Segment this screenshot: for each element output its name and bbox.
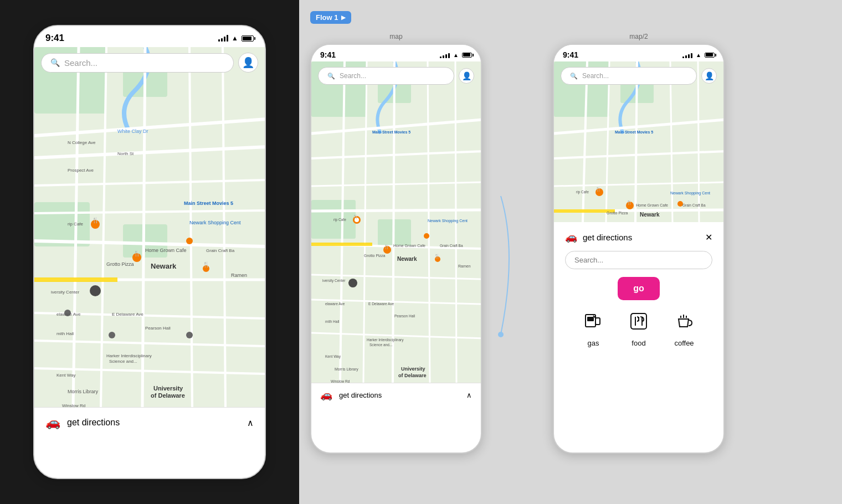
- screen1-map-svg: Main Street Movies 5 Newark Shopping Cen…: [311, 61, 481, 383]
- screen1-label: map: [389, 33, 402, 40]
- bottom-bar-main[interactable]: 🚗 get directions ∧: [34, 407, 265, 438]
- screen2-avatar-icon: 👤: [705, 71, 714, 80]
- screen1-status-bar: 9:41 ▲: [311, 45, 481, 61]
- svg-text:🍴: 🍴: [203, 261, 210, 268]
- map-area: White Clay Dr N College Ave North St Pro…: [34, 47, 265, 407]
- svg-text:Newark Shopping Cent: Newark Shopping Cent: [670, 191, 710, 196]
- svg-text:of Delaware: of Delaware: [398, 373, 427, 378]
- screen1-directions-label: get directions: [339, 391, 382, 399]
- svg-text:Grain Craft Ba: Grain Craft Ba: [682, 203, 706, 207]
- search-icon: 🔍: [50, 58, 60, 67]
- svg-text:of Delaware: of Delaware: [151, 392, 185, 399]
- svg-text:Newark: Newark: [640, 212, 660, 218]
- screen1-signal: [440, 52, 450, 58]
- coffee-icon: [674, 311, 694, 336]
- go-button[interactable]: go: [618, 277, 660, 300]
- directions-panel-title: 🚗 get directions: [565, 231, 632, 243]
- svg-text:Newark: Newark: [151, 262, 177, 270]
- screen2-label: map/2: [629, 33, 648, 40]
- user-avatar[interactable]: 👤: [238, 53, 258, 73]
- coffee-cup-icon: [674, 311, 694, 331]
- go-button-label: go: [633, 284, 644, 293]
- svg-point-77: [424, 233, 429, 239]
- svg-text:N College Ave: N College Ave: [68, 140, 96, 145]
- panel-directions-label: get directions: [583, 233, 632, 242]
- screen2-signal: [682, 52, 692, 58]
- directions-search-input[interactable]: [565, 251, 712, 269]
- svg-text:rip Cafe: rip Cafe: [333, 218, 346, 222]
- status-time: 9:41: [45, 33, 64, 44]
- screen2-search-bar[interactable]: 🔍 Search...: [561, 67, 697, 85]
- svg-rect-130: [587, 317, 594, 321]
- svg-text:Main Street Movies 5: Main Street Movies 5: [615, 130, 653, 134]
- search-bar[interactable]: 🔍 Search...: [41, 53, 234, 73]
- svg-text:Home Grown Cafe: Home Grown Cafe: [636, 203, 668, 207]
- screen1-search-bar[interactable]: 🔍 Search...: [318, 67, 454, 85]
- quick-item-gas[interactable]: gas: [583, 311, 603, 347]
- screen2-search-overlay: 🔍 Search... 👤: [561, 67, 717, 85]
- svg-text:Newark Shopping Cent: Newark Shopping Cent: [189, 220, 241, 225]
- svg-text:Grain Craft Ba: Grain Craft Ba: [206, 248, 235, 253]
- svg-text:University: University: [153, 385, 183, 392]
- screen2-map: Main Street Movies 5 Newark Shopping Cen…: [554, 61, 723, 222]
- screen1-search-icon: 🔍: [327, 73, 335, 80]
- screen1-bottom-bar[interactable]: 🚗 get directions ∧: [311, 383, 481, 407]
- flow-label: Flow 1: [316, 13, 338, 22]
- svg-text:Kent Way: Kent Way: [57, 373, 75, 378]
- main-phone: 9:41 ▲: [33, 25, 266, 479]
- svg-text:Ramen: Ramen: [231, 272, 247, 278]
- screen1-wrapper: map 9:41 ▲: [310, 33, 482, 454]
- screen1-avatar[interactable]: 👤: [459, 68, 474, 84]
- svg-text:🍴: 🍴: [134, 250, 141, 257]
- svg-text:Ramen: Ramen: [458, 264, 471, 268]
- svg-text:Main Street Movies 5: Main Street Movies 5: [372, 130, 410, 134]
- screen2-wifi: ▲: [696, 52, 701, 58]
- screen1-search-text: Search...: [340, 72, 366, 80]
- play-icon: ▶: [341, 14, 346, 20]
- close-icon[interactable]: ✕: [705, 232, 712, 243]
- svg-text:Kent Way: Kent Way: [325, 354, 341, 359]
- svg-text:Morris Library: Morris Library: [335, 367, 358, 372]
- svg-text:rip Cafe: rip Cafe: [68, 222, 84, 227]
- quick-item-food[interactable]: food: [629, 311, 649, 347]
- quick-access: gas: [565, 311, 712, 353]
- chevron-up-icon: ∧: [247, 418, 254, 428]
- svg-text:Grotto Pizza: Grotto Pizza: [607, 211, 628, 215]
- svg-text:E Delaware Ave: E Delaware Ave: [112, 312, 143, 317]
- svg-text:Science and...: Science and...: [109, 359, 137, 364]
- signal-icon: [218, 35, 228, 42]
- screen2-phone: 9:41 ▲: [553, 44, 725, 454]
- coffee-label: coffee: [674, 339, 694, 347]
- quick-item-coffee[interactable]: coffee: [674, 311, 694, 347]
- svg-text:Science and...: Science and...: [369, 343, 392, 347]
- search-overlay: 🔍 Search... 👤: [41, 53, 258, 73]
- svg-text:North St: North St: [117, 151, 134, 156]
- screen1-wifi: ▲: [453, 52, 459, 58]
- car-icon: 🚗: [45, 415, 60, 430]
- screen2-avatar[interactable]: 👤: [701, 68, 717, 84]
- food-icon: [629, 311, 649, 336]
- svg-text:Harker Interdisciplinary: Harker Interdisciplinary: [106, 353, 152, 358]
- flow-badge[interactable]: Flow 1 ▶: [310, 11, 351, 24]
- svg-point-25: [109, 332, 115, 338]
- food-label: food: [632, 339, 645, 347]
- svg-text:🍴: 🍴: [627, 199, 632, 205]
- svg-point-23: [186, 238, 193, 244]
- flow-arrow-area: [495, 49, 540, 454]
- screen1-phone: 9:41 ▲: [310, 44, 482, 454]
- gas-icon: [583, 311, 603, 336]
- flow-arrow-svg: [495, 141, 540, 362]
- screen2-status-bar: 9:41 ▲: [554, 45, 723, 61]
- svg-text:iversity Center: iversity Center: [51, 290, 79, 295]
- screen2-icons: ▲: [682, 52, 715, 58]
- screen2-search-text: Search...: [582, 72, 609, 80]
- svg-text:🍴: 🍴: [434, 253, 440, 259]
- svg-text:Grain Craft Ba: Grain Craft Ba: [440, 244, 463, 248]
- svg-text:🍴: 🍴: [92, 217, 99, 224]
- svg-text:E Delaware Ave: E Delaware Ave: [368, 302, 394, 306]
- svg-text:Pearson Hall: Pearson Hall: [145, 326, 171, 331]
- svg-text:Home Grown Cafe: Home Grown Cafe: [393, 244, 425, 248]
- svg-text:Harker Interdisciplinary: Harker Interdisciplinary: [367, 338, 404, 342]
- svg-point-26: [186, 332, 193, 338]
- screen1-chevron: ∧: [466, 391, 472, 399]
